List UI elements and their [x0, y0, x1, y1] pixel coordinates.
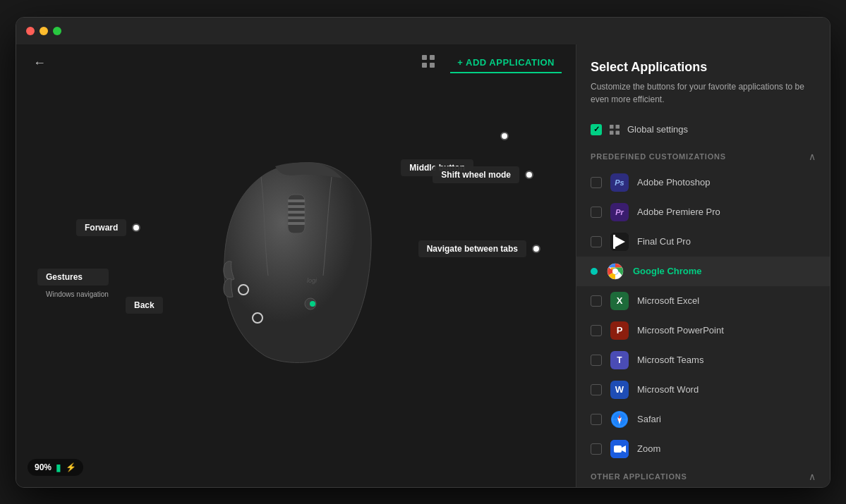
finalcut-label: Final Cut Pro: [637, 236, 816, 247]
svg-rect-21: [613, 235, 615, 249]
safari-label: Safari: [637, 414, 816, 424]
left-panel: ← + ADD APPLICATION: [16, 44, 576, 487]
teams-icon: T: [610, 351, 629, 369]
main-window: ← + ADD APPLICATION: [16, 17, 830, 488]
svg-rect-34: [614, 445, 622, 453]
list-item[interactable]: Final Cut Pro: [576, 227, 830, 257]
list-item[interactable]: W Microsoft Word: [576, 375, 830, 405]
global-settings-checkbox[interactable]: ✓: [591, 124, 602, 135]
global-settings-row[interactable]: ✓ Global settings: [576, 116, 830, 144]
svg-rect-15: [610, 125, 614, 129]
svg-rect-3: [430, 63, 435, 68]
list-item[interactable]: Safari: [576, 405, 830, 434]
titlebar: [16, 18, 830, 44]
battery-bar: 90% ▮ ⚡: [28, 459, 83, 476]
maximize-button[interactable]: [53, 27, 61, 35]
navigate-group: Navigate between tabs: [418, 240, 540, 257]
list-item[interactable]: P Microsoft PowerPoint: [576, 316, 830, 345]
traffic-lights: [26, 27, 61, 35]
teams-label: Microsoft Teams: [637, 355, 816, 365]
mouse-area: logi Middle button Shift wheel mode: [16, 82, 576, 487]
finalcut-icon: [610, 233, 629, 251]
chrome-selected-indicator: [591, 268, 598, 275]
grid-icon[interactable]: [421, 54, 436, 73]
label-shift-wheel: Shift wheel mode: [433, 166, 519, 183]
dot-middle-button: [500, 132, 509, 140]
back-button[interactable]: ←: [30, 53, 49, 73]
checkmark-icon: ✓: [593, 125, 600, 134]
svg-rect-1: [430, 55, 435, 60]
right-header: Select Applications Customize the button…: [576, 44, 830, 116]
bolt-icon: ⚡: [66, 462, 76, 472]
svg-rect-8: [288, 216, 305, 219]
svg-rect-6: [288, 205, 305, 208]
predefined-section-title: PREDEFINED CUSTOMIZATIONS: [591, 152, 726, 161]
svg-text:logi: logi: [307, 277, 318, 284]
premiere-checkbox[interactable]: [591, 207, 602, 218]
dot-shift-wheel: [525, 171, 533, 179]
svg-point-12: [310, 301, 315, 307]
zoom-checkbox[interactable]: [591, 443, 602, 455]
svg-rect-7: [288, 211, 305, 214]
back-group: Back: [126, 297, 163, 314]
list-item[interactable]: Ps Adobe Photoshop: [576, 168, 830, 197]
svg-rect-18: [616, 130, 620, 135]
other-section-title: OTHER APPLICATIONS: [591, 472, 687, 481]
global-settings-label: Global settings: [627, 124, 688, 135]
dot-navigate: [532, 245, 540, 253]
list-item[interactable]: X Microsoft Excel: [576, 286, 830, 316]
excel-icon: X: [610, 292, 629, 310]
photoshop-icon: Ps: [610, 173, 629, 192]
finalcut-checkbox[interactable]: [591, 236, 602, 247]
ppt-icon: P: [610, 321, 629, 340]
battery-icon: ▮: [56, 462, 61, 473]
gestures-subtitle: Windows navigation: [46, 290, 109, 298]
shift-wheel-group: Shift wheel mode: [433, 166, 533, 183]
other-section-header[interactable]: OTHER APPLICATIONS ∧: [576, 464, 830, 487]
word-label: Microsoft Word: [637, 384, 816, 395]
dot-forward: [132, 223, 140, 232]
forward-group: Forward: [76, 219, 140, 236]
list-item[interactable]: Pr Adobe Premiere Pro: [576, 197, 830, 227]
label-forward: Forward: [76, 219, 126, 236]
svg-rect-9: [288, 222, 305, 225]
label-navigate: Navigate between tabs: [418, 240, 526, 257]
zoom-icon: [610, 440, 629, 458]
photoshop-checkbox[interactable]: [591, 177, 602, 188]
ppt-checkbox[interactable]: [591, 325, 602, 336]
close-button[interactable]: [26, 27, 35, 35]
list-item[interactable]: Google Chrome: [576, 257, 830, 286]
panel-subtitle: Customize the buttons for your favorite …: [591, 80, 816, 106]
list-item[interactable]: T Microsoft Teams: [576, 345, 830, 375]
predefined-section-header[interactable]: PREDEFINED CUSTOMIZATIONS ∧: [576, 144, 830, 168]
main-content: ← + ADD APPLICATION: [16, 44, 830, 487]
safari-checkbox[interactable]: [591, 414, 602, 425]
predefined-chevron-icon: ∧: [809, 151, 816, 162]
svg-rect-5: [288, 199, 305, 202]
grid-settings-icon: [609, 124, 620, 135]
mouse-svg: logi: [205, 156, 388, 402]
svg-rect-2: [422, 63, 427, 68]
minimize-button[interactable]: [40, 27, 48, 35]
left-toolbar: ← + ADD APPLICATION: [16, 44, 576, 82]
middle-button-group: Middle button: [422, 128, 509, 145]
app-list: PREDEFINED CUSTOMIZATIONS ∧ Ps Adobe Pho…: [576, 144, 830, 487]
safari-icon: [610, 410, 629, 429]
word-icon: W: [610, 381, 629, 399]
gestures-group: Gestures Windows navigation: [37, 269, 109, 300]
panel-title: Select Applications: [591, 60, 816, 75]
zoom-label: Zoom: [637, 443, 816, 454]
excel-checkbox[interactable]: [591, 295, 602, 307]
premiere-label: Adobe Premiere Pro: [637, 207, 816, 217]
chrome-icon: [606, 262, 624, 281]
add-application-button[interactable]: + ADD APPLICATION: [450, 53, 562, 73]
list-item[interactable]: Zoom: [576, 434, 830, 464]
svg-point-26: [612, 269, 618, 274]
svg-rect-0: [422, 55, 427, 60]
right-panel: Select Applications Customize the button…: [576, 44, 830, 487]
label-gestures: Gestures: [37, 269, 109, 285]
word-checkbox[interactable]: [591, 384, 602, 395]
teams-checkbox[interactable]: [591, 355, 602, 366]
chrome-label: Google Chrome: [633, 266, 816, 276]
excel-label: Microsoft Excel: [637, 295, 816, 306]
